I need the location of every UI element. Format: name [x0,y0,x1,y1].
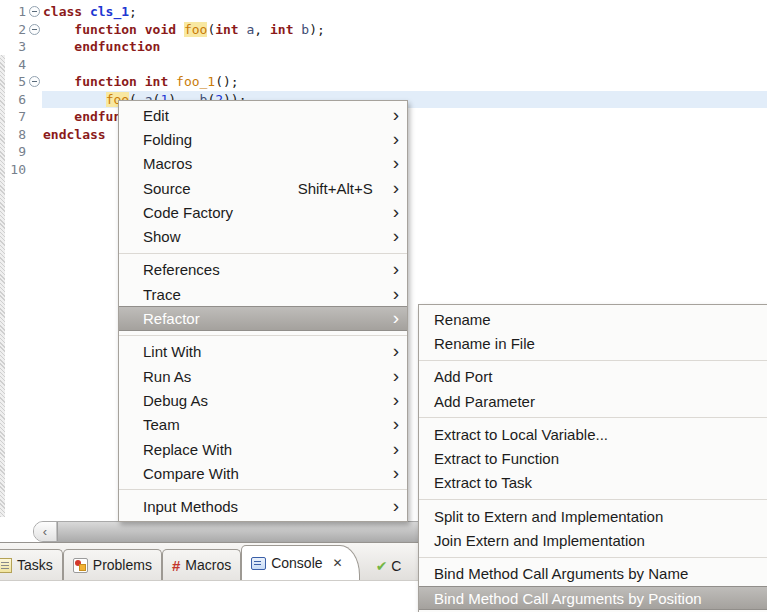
menu-item-lint-with[interactable]: Lint With› [119,340,407,364]
code-token: , [254,22,270,37]
fold-collapse-icon[interactable] [29,6,40,17]
gutter-row-10[interactable]: 10 [0,161,42,179]
menu-item-input-methods[interactable]: Input Methods› [119,494,407,518]
submenu-arrow-icon: › [393,390,399,409]
tab-console[interactable]: Console✕ [241,545,359,580]
hash-icon: # [172,558,180,573]
menu-item-label: Code Factory [143,204,387,221]
line-number-10[interactable]: 10 [0,161,26,179]
menu-item-extract-to-local-variable[interactable]: Extract to Local Variable... [419,422,767,446]
code-token: class [43,4,90,19]
fold-cell-2 [26,24,42,35]
code-line-1[interactable]: class cls_1; [42,3,767,21]
menu-item-source[interactable]: SourceShift+Alt+S› [119,176,407,200]
tab-c[interactable]: ✔C [376,558,402,580]
tab-label: Macros [185,557,231,573]
menu-item-show[interactable]: Show› [119,224,407,248]
menu-separator [119,331,407,340]
submenu-arrow-icon: › [393,259,399,278]
code-line-5[interactable]: function int foo_1(); [42,73,767,91]
fold-collapse-icon[interactable] [29,24,40,35]
submenu-arrow-icon: › [393,341,399,360]
submenu-arrow-icon: › [393,414,399,433]
menu-item-extract-to-task[interactable]: Extract to Task [419,471,767,495]
menu-item-label: Lint With [143,343,387,360]
code-line-2[interactable]: function void foo(int a, int b); [42,21,767,39]
menu-item-label: Add Parameter [434,393,767,410]
menu-item-macros[interactable]: Macros› [119,152,407,176]
menu-item-team[interactable]: Team› [119,413,407,437]
menu-item-extract-to-function[interactable]: Extract to Function [419,446,767,470]
problems-icon [73,558,88,573]
tab-problems[interactable]: Problems [63,549,162,580]
line-number-4[interactable]: 4 [0,56,26,74]
line-number-9[interactable]: 9 [0,143,26,161]
menu-item-label: Add Port [434,368,767,385]
gutter-row-1[interactable]: 1 [0,3,42,21]
menu-item-accelerator: Shift+Alt+S [298,180,373,197]
menu-item-rename-in-file[interactable]: Rename in File [419,331,767,355]
code-line-3[interactable]: endfunction [42,38,767,56]
gutter-row-8[interactable]: 8 [0,126,42,144]
line-number-5[interactable]: 5 [0,73,26,91]
line-number-6[interactable]: 6 [0,91,26,109]
menu-item-replace-with[interactable]: Replace With› [119,437,407,461]
code-token: foo [184,22,207,37]
line-number-8[interactable]: 8 [0,126,26,144]
gutter-row-4[interactable]: 4 [0,56,42,74]
line-number-3[interactable]: 3 [0,38,26,56]
menu-item-label: Replace With [143,441,387,458]
console-icon [251,557,266,570]
tab-label: C [391,558,401,574]
tasks-icon [0,558,12,573]
menu-item-debug-as[interactable]: Debug As› [119,388,407,412]
line-number-1[interactable]: 1 [0,3,26,21]
gutter-row-7[interactable]: 7 [0,108,42,126]
menu-item-label: Macros [143,155,387,172]
menu-item-add-parameter[interactable]: Add Parameter [419,389,767,413]
menu-item-trace[interactable]: Trace› [119,282,407,306]
submenu-arrow-icon: › [393,129,399,148]
editor-context-menu: Edit›Folding›Macros›SourceShift+Alt+S›Co… [118,100,408,522]
submenu-arrow-icon: › [393,178,399,197]
menu-item-compare-with[interactable]: Compare With› [119,461,407,485]
line-number-7[interactable]: 7 [0,108,26,126]
fold-cell-1 [26,6,42,17]
menu-item-label: Folding [143,131,387,148]
code-token: endfunction [74,39,160,54]
menu-item-join-extern-and-implementation[interactable]: Join Extern and Implementation [419,528,767,552]
menu-item-run-as[interactable]: Run As› [119,364,407,388]
scroll-left-button[interactable]: ‹ [34,522,57,541]
code-token [43,109,74,124]
menu-item-rename[interactable]: Rename [419,307,767,331]
fold-collapse-icon[interactable] [29,76,40,87]
menu-item-label: Refactor [143,310,387,327]
menu-item-label: Edit [143,107,387,124]
code-line-4[interactable] [42,56,767,74]
gutter-row-6[interactable]: 6 [0,91,42,109]
menu-item-add-port[interactable]: Add Port [419,365,767,389]
tab-close-icon[interactable]: ✕ [333,556,343,570]
menu-item-label: Compare With [143,465,387,482]
menu-item-code-factory[interactable]: Code Factory› [119,200,407,224]
line-number-2[interactable]: 2 [0,21,26,39]
tab-label: Problems [93,557,152,573]
code-token: cls_1 [90,4,129,19]
gutter-row-5[interactable]: 5 [0,73,42,91]
gutter-row-9[interactable]: 9 [0,143,42,161]
tab-tasks[interactable]: Tasks [0,549,63,580]
menu-item-label: Split to Extern and Implementation [434,508,767,525]
menu-item-edit[interactable]: Edit› [119,103,407,127]
menu-item-bind-method-call-arguments-by-name[interactable]: Bind Method Call Arguments by Name [419,562,767,586]
menu-item-label: Debug As [143,392,387,409]
gutter-row-3[interactable]: 3 [0,38,42,56]
menu-item-refactor[interactable]: Refactor› [119,306,407,330]
tab-macros[interactable]: #Macros [162,549,241,580]
menu-item-split-to-extern-and-implementation[interactable]: Split to Extern and Implementation [419,504,767,528]
gutter-row-2[interactable]: 2 [0,21,42,39]
menu-item-folding[interactable]: Folding› [119,127,407,151]
menu-item-references[interactable]: References› [119,258,407,282]
code-token: (); [215,74,238,89]
menu-item-bind-method-call-arguments-by-position[interactable]: Bind Method Call Arguments by Position [419,586,767,610]
line-number-gutter[interactable]: 12345678910 [0,3,42,178]
